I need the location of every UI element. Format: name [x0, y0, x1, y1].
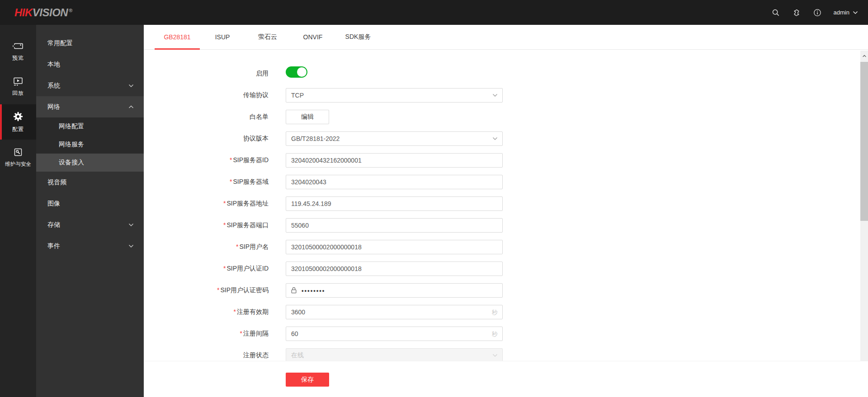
sidebar-item-local[interactable]: 本地	[36, 54, 144, 75]
maintenance-wrench-icon	[13, 147, 24, 158]
nav-item-preview[interactable]: 预览	[0, 34, 36, 69]
enable-toggle[interactable]	[286, 66, 307, 78]
sidebar-item-device-access[interactable]: 设备接入	[36, 154, 144, 172]
form-row-whitelist: 白名单 编辑	[144, 110, 868, 124]
form-row-transport-protocol: 传输协议 TCP	[144, 88, 868, 103]
app-window: HIKVISION® admin 预览 回放	[0, 0, 868, 397]
field-label: *SIP用户名	[144, 243, 277, 251]
plugin-icon[interactable]	[792, 8, 801, 17]
sidebar-item-video-audio[interactable]: 视音频	[36, 172, 144, 193]
sidebar-item-event[interactable]: 事件	[36, 235, 144, 257]
tab-ezviz-cloud[interactable]: 萤石云	[245, 25, 290, 49]
logo-text-red: HIK	[14, 6, 33, 19]
required-marker: *	[223, 221, 226, 229]
sidebar-item-image[interactable]: 图像	[36, 193, 144, 214]
form-row-register-interval: *注册间隔 秒	[144, 327, 868, 341]
save-button[interactable]: 保存	[286, 373, 329, 387]
vertical-scrollbar[interactable]	[860, 51, 868, 361]
nav-item-label: 维护与安全	[5, 161, 31, 168]
top-bar: HIKVISION® admin	[0, 0, 868, 25]
whitelist-edit-button[interactable]: 编辑	[286, 110, 329, 124]
sip-server-id-input[interactable]	[286, 153, 503, 168]
sip-server-address-input[interactable]	[286, 196, 503, 211]
scrollbar-up-arrow[interactable]	[860, 51, 868, 61]
sidebar-item-common-config[interactable]: 常用配置	[36, 33, 144, 54]
username: admin	[834, 9, 849, 16]
selected-value: TCP	[291, 92, 304, 99]
sidebar-item-label: 网络配置	[59, 122, 84, 131]
register-interval-input[interactable]	[286, 327, 503, 341]
nav-item-label: 配置	[12, 126, 24, 133]
sip-server-port-input[interactable]	[286, 218, 503, 233]
required-marker: *	[223, 200, 226, 207]
form-row-sip-username: *SIP用户名	[144, 240, 868, 254]
nav-item-label: 预览	[12, 54, 24, 62]
sip-username-input[interactable]	[286, 240, 503, 254]
playback-icon	[12, 76, 24, 86]
sidebar-item-label: 设备接入	[59, 159, 84, 167]
tab-gb28181[interactable]: GB28181	[155, 25, 200, 49]
field-label: 协议版本	[144, 135, 277, 143]
tab-onvif[interactable]: ONVIF	[290, 25, 335, 49]
sidebar-item-label: 系统	[47, 82, 128, 90]
field-label: *SIP服务器域	[144, 178, 277, 186]
form-row-sip-server-port: *SIP服务器端口	[144, 218, 868, 233]
field-label: *SIP服务器端口	[144, 221, 277, 229]
required-marker: *	[217, 286, 219, 294]
registered-mark: ®	[69, 8, 72, 13]
config-sidebar: 常用配置 本地 系统 网络 网络配置 网络服务 设备接入 视音频 图像 存储 事…	[36, 25, 144, 397]
user-menu[interactable]: admin	[834, 9, 858, 16]
hikvision-logo[interactable]: HIKVISION®	[14, 6, 72, 19]
sidebar-item-label: 网络	[47, 103, 128, 111]
sidebar-item-label: 图像	[47, 200, 134, 208]
scrollbar-thumb[interactable]	[860, 62, 868, 221]
logo-text-gray: VISION	[33, 6, 68, 19]
form-row-sip-server-domain: *SIP服务器域	[144, 175, 868, 189]
nav-item-config[interactable]: 配置	[0, 104, 36, 140]
sidebar-item-system[interactable]: 系统	[36, 75, 144, 96]
main-content: GB28181 ISUP 萤石云 ONVIF SDK服务 启用 传输协议 TCP	[144, 25, 868, 397]
transport-protocol-select[interactable]: TCP	[286, 88, 503, 103]
field-label: 启用	[144, 70, 277, 78]
field-label: *注册有效期	[144, 308, 277, 316]
tab-sdk-service[interactable]: SDK服务	[335, 25, 381, 49]
sidebar-item-network-config[interactable]: 网络配置	[36, 117, 144, 135]
sidebar-item-network[interactable]: 网络	[36, 96, 144, 117]
field-label: *SIP服务器ID	[144, 156, 277, 164]
form-row-sip-user-auth-password: *SIP用户认证密码	[144, 283, 868, 298]
form-row-sip-user-auth-id: *SIP用户认证ID	[144, 262, 868, 276]
search-icon[interactable]	[771, 8, 780, 17]
info-icon[interactable]	[813, 8, 822, 17]
form-row-enable: 启用	[144, 66, 868, 81]
nav-item-maintenance[interactable]: 维护与安全	[0, 140, 36, 175]
chevron-down-icon	[128, 223, 134, 227]
selected-value: GB/T28181-2022	[291, 135, 340, 142]
nav-item-playback[interactable]: 回放	[0, 69, 36, 104]
field-label: *注册间隔	[144, 330, 277, 338]
tab-isup[interactable]: ISUP	[200, 25, 245, 49]
sidebar-item-storage[interactable]: 存储	[36, 214, 144, 235]
required-marker: *	[236, 243, 238, 250]
field-label: *SIP用户认证密码	[144, 286, 277, 294]
protocol-version-select[interactable]: GB/T28181-2022	[286, 131, 503, 146]
field-label: *SIP用户认证ID	[144, 265, 277, 273]
sip-user-auth-id-input[interactable]	[286, 262, 503, 276]
chevron-down-icon	[853, 11, 858, 14]
form-row-register-validity: *注册有效期 秒	[144, 305, 868, 319]
chevron-down-icon	[492, 137, 498, 140]
form-row-sip-server-id: *SIP服务器ID	[144, 153, 868, 168]
sidebar-item-label: 常用配置	[47, 39, 134, 47]
sidebar-item-network-service[interactable]: 网络服务	[36, 135, 144, 154]
sip-server-domain-input[interactable]	[286, 175, 503, 189]
chevron-down-icon	[492, 354, 498, 357]
sidebar-item-label: 视音频	[47, 178, 134, 187]
sip-user-auth-password-input[interactable]	[286, 283, 503, 298]
sidebar-item-label: 事件	[47, 242, 128, 250]
gear-icon	[12, 111, 24, 122]
sidebar-item-label: 网络服务	[59, 140, 84, 149]
register-validity-input[interactable]	[286, 305, 503, 319]
sidebar-item-label: 本地	[47, 61, 134, 69]
nav-rail: 预览 回放 配置 维护与安全	[0, 25, 36, 397]
network-submenu: 网络配置 网络服务 设备接入	[36, 117, 144, 172]
required-marker: *	[240, 330, 242, 337]
